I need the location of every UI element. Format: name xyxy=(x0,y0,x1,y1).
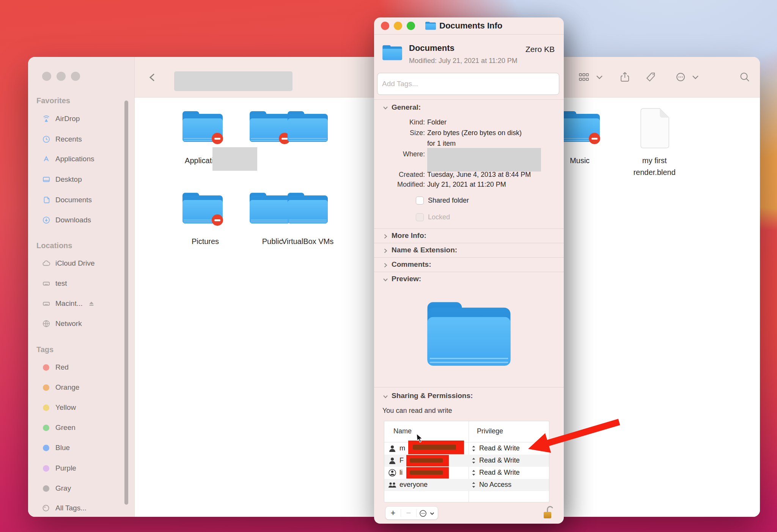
sidebar-scrollbar[interactable] xyxy=(124,101,128,505)
size-label: Size: xyxy=(376,129,425,137)
file-blend[interactable] xyxy=(639,107,671,150)
folder-applications[interactable] xyxy=(181,109,225,145)
folder-icon xyxy=(248,191,292,226)
sidebar-tag-blue[interactable]: Blue xyxy=(42,441,125,454)
section-general[interactable]: General: xyxy=(392,103,421,112)
close-button[interactable] xyxy=(42,72,51,81)
more-ellipsis-icon[interactable] xyxy=(675,71,687,83)
back-chevron-icon[interactable] xyxy=(147,71,159,83)
folder-public[interactable] xyxy=(248,191,292,227)
table-row[interactable]: m Read & Write xyxy=(384,442,549,455)
sidebar-item-documents[interactable]: Documents xyxy=(42,194,125,206)
tag-dot-orange xyxy=(43,384,49,391)
sidebar-item-desktop[interactable]: Desktop xyxy=(42,173,125,186)
table-row[interactable]: li Read & Write xyxy=(384,467,549,479)
chevron-expanded-icon[interactable] xyxy=(382,105,388,111)
minimize-button[interactable] xyxy=(57,72,66,81)
sidebar-item-macintosh-hd[interactable]: Macint... xyxy=(42,297,125,310)
folder-redacted[interactable] xyxy=(248,109,292,145)
tag-label: Red xyxy=(55,363,69,371)
table-row[interactable]: F Read & Write xyxy=(384,455,549,467)
folder-documents[interactable] xyxy=(286,109,330,145)
privilege-value[interactable]: Read & Write xyxy=(479,444,520,452)
folder-pictures[interactable] xyxy=(181,191,225,227)
chevron-down-icon[interactable] xyxy=(691,71,700,83)
sidebar-item-icloud-drive[interactable]: iCloud Drive xyxy=(42,257,125,270)
close-button[interactable] xyxy=(381,22,389,30)
chevron-collapsed-icon[interactable] xyxy=(382,233,388,239)
folder-virtualbox-vms[interactable] xyxy=(286,191,330,227)
table-header: Name Privilege xyxy=(384,421,549,442)
chevron-collapsed-icon[interactable] xyxy=(382,262,388,268)
desktop-icon xyxy=(42,175,51,184)
all-tags-icon xyxy=(42,504,50,512)
user-icon xyxy=(388,444,396,453)
sidebar-item-label: test xyxy=(55,279,67,288)
sidebar-item-downloads[interactable]: Downloads xyxy=(42,214,125,227)
sidebar-item-applications[interactable]: Applications xyxy=(42,153,125,165)
group-icon xyxy=(388,481,396,489)
divider xyxy=(374,99,564,100)
finder-sidebar: Favorites AirDrop Recents Applications xyxy=(28,57,135,517)
section-more-info[interactable]: More Info: xyxy=(392,231,426,240)
tag-label: Blue xyxy=(55,444,70,452)
sidebar-tag-purple[interactable]: Purple xyxy=(42,462,125,475)
share-icon[interactable] xyxy=(619,71,631,83)
where-label: Where: xyxy=(376,150,425,158)
where-value-redaction xyxy=(427,148,541,172)
sidebar-item-network[interactable]: Network xyxy=(42,317,125,330)
privilege-value[interactable]: Read & Write xyxy=(479,456,520,464)
sidebar-tag-yellow[interactable]: Yellow xyxy=(42,401,125,414)
locked-checkbox[interactable] xyxy=(416,213,424,221)
chevron-collapsed-icon[interactable] xyxy=(382,248,388,254)
user-circle-icon xyxy=(388,469,396,477)
column-name[interactable]: Name xyxy=(393,427,412,435)
sidebar-item-recents[interactable]: Recents xyxy=(42,133,125,146)
section-sharing-permissions[interactable]: Sharing & Permissions: xyxy=(392,392,473,400)
view-group-icon[interactable] xyxy=(578,71,590,83)
chevron-down-icon[interactable] xyxy=(595,71,604,83)
chevron-expanded-icon[interactable] xyxy=(382,393,388,400)
add-permission-button[interactable]: + xyxy=(385,507,401,519)
desktop: Favorites AirDrop Recents Applications xyxy=(0,0,777,532)
name-redaction xyxy=(408,441,464,454)
column-privilege[interactable]: Privilege xyxy=(477,427,503,435)
chevron-expanded-icon[interactable] xyxy=(382,277,388,283)
zoom-button[interactable] xyxy=(407,22,415,30)
privilege-value[interactable]: No Access xyxy=(479,481,511,489)
section-comments[interactable]: Comments: xyxy=(392,260,431,269)
sidebar-tag-red[interactable]: Red xyxy=(42,361,125,374)
section-name-extension[interactable]: Name & Extension: xyxy=(392,246,457,254)
folder-music[interactable] xyxy=(558,109,602,145)
section-preview[interactable]: Preview: xyxy=(392,275,421,283)
toolbar-path-redaction xyxy=(174,71,293,91)
sidebar-tag-orange[interactable]: Orange xyxy=(42,381,125,394)
sidebar-tag-green[interactable]: Green xyxy=(42,421,125,434)
shared-folder-checkbox[interactable] xyxy=(416,197,424,205)
stepper-icon xyxy=(472,457,476,464)
folder-label[interactable]: Pictures xyxy=(167,237,243,246)
window-title: Documents Info xyxy=(439,17,502,34)
tag-dot-yellow xyxy=(43,405,49,411)
permission-name: m xyxy=(400,444,405,452)
remove-permission-button[interactable]: − xyxy=(401,507,416,519)
eject-icon[interactable] xyxy=(88,300,95,307)
permission-actions-button[interactable] xyxy=(417,507,437,519)
add-tags-input[interactable] xyxy=(377,73,559,95)
tag-icon[interactable] xyxy=(645,71,657,83)
sidebar-item-label: Applications xyxy=(55,155,94,163)
sidebar-item-all-tags[interactable]: All Tags... xyxy=(42,502,125,515)
unlock-icon[interactable] xyxy=(543,505,554,520)
item-modified: Modified: July 21, 2021 at 11:20 PM xyxy=(409,57,517,65)
file-label[interactable]: my first render.blend xyxy=(622,155,687,178)
privilege-value[interactable]: Read & Write xyxy=(479,469,520,477)
folder-label[interactable]: VirtualBox VMs xyxy=(266,237,349,246)
zoom-button[interactable] xyxy=(71,72,80,81)
sidebar-item-airdrop[interactable]: AirDrop xyxy=(42,112,125,125)
sidebar-tag-gray[interactable]: Gray xyxy=(42,482,125,495)
sidebar-item-test[interactable]: test xyxy=(42,277,125,290)
chevron-down-icon xyxy=(429,511,435,516)
table-row[interactable]: everyone No Access xyxy=(384,479,549,491)
minimize-button[interactable] xyxy=(394,22,402,30)
search-icon[interactable] xyxy=(739,71,751,83)
